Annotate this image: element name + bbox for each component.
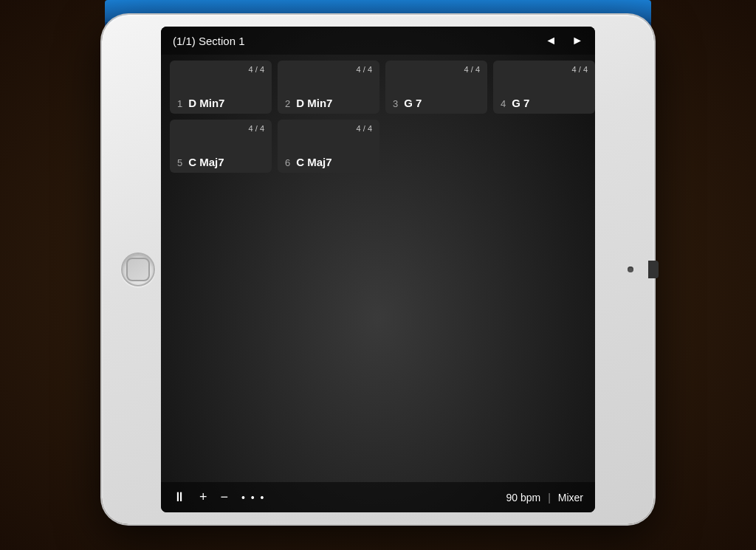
chord-cell-2[interactable]: 4 / 4 2 D Min7 xyxy=(278,61,379,114)
chord-grid: 4 / 4 1 D Min7 4 / 4 2 D Min7 xyxy=(161,55,595,482)
nav-prev-button[interactable]: ◄ xyxy=(545,34,557,47)
chord-name-4: G 7 xyxy=(512,97,529,109)
chord-row-1: 4 / 4 1 D Min7 4 / 4 2 D Min7 xyxy=(170,61,586,114)
chord-bottom-1: 1 D Min7 xyxy=(177,97,264,109)
chord-bottom-2: 2 D Min7 xyxy=(285,97,372,109)
ipad-shell: (1/1) Section 1 ◄ ► 4 / 4 1 D Min7 xyxy=(102,15,654,524)
chord-time-sig-6: 4 / 4 xyxy=(285,124,372,133)
toolbar-right: 90 bpm | Mixer xyxy=(506,492,583,503)
chord-number-5: 5 xyxy=(177,157,182,168)
chord-time-sig-4: 4 / 4 xyxy=(501,65,588,74)
chord-bottom-5: 5 C Maj7 xyxy=(177,156,264,168)
chord-number-2: 2 xyxy=(285,98,290,109)
mixer-button[interactable]: Mixer xyxy=(558,492,583,503)
chord-cell-4[interactable]: 4 / 4 4 G 7 xyxy=(493,61,595,114)
screen-bezel: (1/1) Section 1 ◄ ► 4 / 4 1 D Min7 xyxy=(161,27,595,512)
add-button[interactable]: + xyxy=(199,489,207,505)
headphone-jack xyxy=(648,261,659,278)
nav-arrows: ◄ ► xyxy=(545,34,583,47)
home-button[interactable] xyxy=(121,252,155,286)
chord-cell-1[interactable]: 4 / 4 1 D Min7 xyxy=(170,61,272,114)
header-bar: (1/1) Section 1 ◄ ► xyxy=(161,27,595,55)
nav-next-button[interactable]: ► xyxy=(571,34,583,47)
chord-row-2: 4 / 4 5 C Maj7 4 / 4 6 C Maj7 xyxy=(170,120,586,173)
home-button-inner xyxy=(126,258,150,281)
chord-time-sig-5: 4 / 4 xyxy=(177,124,264,133)
chord-name-2: D Min7 xyxy=(296,97,332,109)
chord-name-3: G 7 xyxy=(404,97,422,109)
more-button[interactable]: • • • xyxy=(241,492,265,503)
remove-button[interactable]: − xyxy=(221,489,229,505)
chord-name-6: C Maj7 xyxy=(296,156,331,168)
app-screen: (1/1) Section 1 ◄ ► 4 / 4 1 D Min7 xyxy=(161,27,595,512)
chord-number-3: 3 xyxy=(393,98,398,109)
chord-cell-6[interactable]: 4 / 4 6 C Maj7 xyxy=(278,120,379,173)
toolbar-divider: | xyxy=(548,492,551,503)
chord-time-sig-1: 4 / 4 xyxy=(177,65,264,74)
chord-cell-3[interactable]: 4 / 4 3 G 7 xyxy=(385,61,487,114)
chord-bottom-3: 3 G 7 xyxy=(393,97,480,109)
toolbar-left: ⏸ + − • • • xyxy=(173,489,266,505)
chord-number-1: 1 xyxy=(177,98,182,109)
section-title: (1/1) Section 1 xyxy=(173,35,245,47)
chord-bottom-6: 6 C Maj7 xyxy=(285,156,372,168)
chord-time-sig-3: 4 / 4 xyxy=(393,65,480,74)
chord-cell-5[interactable]: 4 / 4 5 C Maj7 xyxy=(170,120,272,173)
chord-time-sig-2: 4 / 4 xyxy=(285,65,372,74)
chord-name-5: C Maj7 xyxy=(188,156,224,168)
pause-button[interactable]: ⏸ xyxy=(173,489,186,505)
camera-dot xyxy=(628,267,633,272)
bottom-toolbar: ⏸ + − • • • 90 bpm | Mixer xyxy=(161,482,595,512)
chord-name-1: D Min7 xyxy=(188,97,224,109)
chord-number-4: 4 xyxy=(501,98,506,109)
bpm-display: 90 bpm xyxy=(506,492,540,503)
chord-number-6: 6 xyxy=(285,157,290,168)
chord-bottom-4: 4 G 7 xyxy=(501,97,588,109)
